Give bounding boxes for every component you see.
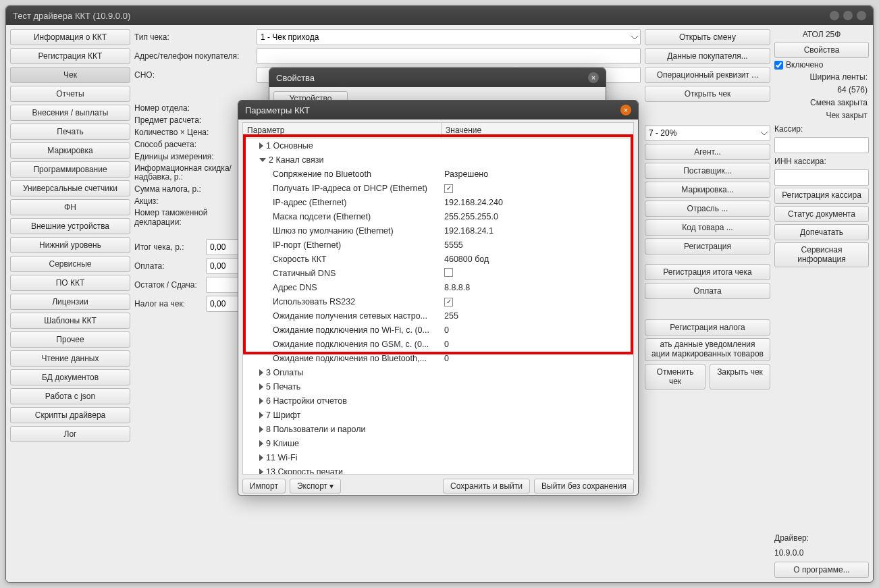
group-7[interactable]: 7 Шрифт	[243, 408, 633, 422]
checkbox-icon[interactable]: ✓	[444, 298, 453, 306]
group-8[interactable]: 8 Пользователи и пароли	[243, 422, 633, 436]
param-row[interactable]: Использовать RS232✓	[243, 294, 633, 309]
exit-nosave-button[interactable]: Выйти без сохранения	[534, 479, 634, 493]
checkbox-icon[interactable]: ✓	[444, 184, 453, 193]
sidebar-item-6[interactable]: Маркировка	[10, 142, 130, 159]
import-button[interactable]: Импорт	[242, 479, 286, 493]
sidebar-item-18[interactable]: БД документов	[10, 369, 130, 385]
buyer-data-button[interactable]: Данные покупателя...	[645, 48, 770, 64]
sidebar-item-8[interactable]: Универсальные счетчики	[10, 180, 130, 196]
sidebar-item-15[interactable]: Шаблоны ККТ	[10, 313, 130, 329]
tax-select[interactable]: 7 - 20%	[645, 125, 770, 141]
sidebar-item-3[interactable]: Отчеты	[10, 86, 130, 102]
payment-label: Оплата:	[134, 261, 202, 271]
sidebar-item-10[interactable]: Внешние устройства	[10, 218, 130, 234]
param-row[interactable]: IP-порт (Ethernet)5555	[243, 238, 633, 252]
sidebar-item-9[interactable]: ФН	[10, 199, 130, 215]
marking-button[interactable]: Маркировка...	[645, 182, 770, 198]
send-mark-notice-button[interactable]: ать данные уведомленияации маркированных…	[645, 338, 770, 361]
group-11[interactable]: 11 Wi-Fi	[243, 450, 633, 464]
cashier-input[interactable]	[774, 137, 869, 153]
sidebar-item-4[interactable]: Внесения / выплаты	[10, 105, 130, 121]
agent-button[interactable]: Агент...	[645, 144, 770, 160]
param-row[interactable]: IP-адрес (Ethernet)192.168.24.240	[243, 195, 633, 209]
sidebar-item-2[interactable]: Чек	[10, 67, 130, 83]
properties-button[interactable]: Свойства	[774, 42, 869, 58]
cancel-receipt-button[interactable]: Отменить чек	[645, 364, 705, 390]
subject-label: Предмет расчета:	[134, 115, 252, 125]
service-info-button[interactable]: Сервиснаяинформация	[774, 242, 869, 268]
sno-label: СНО:	[134, 70, 252, 80]
param-row[interactable]: Ожидание подключения по Wi-Fi, с. (0...0	[243, 323, 633, 337]
save-exit-button[interactable]: Сохранить и выйти	[443, 479, 530, 493]
excise-label: Акциз:	[134, 196, 252, 206]
about-button[interactable]: О программе...	[774, 562, 869, 578]
sidebar-item-19[interactable]: Работа с json	[10, 388, 130, 404]
sidebar-item-5[interactable]: Печать	[10, 124, 130, 140]
sidebar-item-11[interactable]: Нижний уровень	[10, 237, 130, 253]
industry-button[interactable]: Отрасль ...	[645, 201, 770, 217]
param-row[interactable]: Ожидание подключения по GSM, с. (0...0	[243, 337, 633, 351]
param-row[interactable]: Сопряжение по BluetoothРазрешено	[243, 167, 633, 181]
param-row[interactable]: Скорость ККТ460800 бод	[243, 252, 633, 266]
sidebar-item-12[interactable]: Сервисные	[10, 256, 130, 272]
sidebar-item-7[interactable]: Программирование	[10, 161, 130, 178]
export-button[interactable]: Экспорт ▾	[290, 479, 341, 493]
reg-tax-button[interactable]: Регистрация налога	[645, 319, 770, 336]
sidebar-item-1[interactable]: Регистрация ККТ	[10, 48, 130, 64]
enabled-checkbox[interactable]: Включено	[774, 60, 869, 70]
group-9[interactable]: 9 Клише	[243, 436, 633, 450]
cashier-inn-input[interactable]	[774, 169, 869, 186]
params-tree[interactable]: 1 Основные 2 Канал связиСопряжение по Bl…	[242, 138, 634, 475]
register-cashier-button[interactable]: Регистрация кассира	[774, 188, 869, 204]
close-receipt-button[interactable]: Закрыть чек	[710, 364, 770, 390]
open-shift-button[interactable]: Открыть смену	[645, 29, 770, 45]
payment-button[interactable]: Оплата	[645, 283, 770, 299]
chevron-right-icon	[259, 383, 263, 390]
group-6[interactable]: 6 Настройки отчетов	[243, 394, 633, 408]
group-2[interactable]: 2 Канал связи	[243, 153, 633, 167]
properties-close-icon[interactable]: ×	[588, 72, 599, 83]
param-row[interactable]: Ожидание получения сетевых настро...255	[243, 309, 633, 323]
doc-status-button[interactable]: Статус документа	[774, 206, 869, 222]
oper-requisite-button[interactable]: Операционный реквизит ...	[645, 67, 770, 83]
checkbox-icon[interactable]	[444, 268, 453, 277]
open-receipt-button[interactable]: Открыть чек	[645, 86, 770, 102]
param-row[interactable]: Шлюз по умолчанию (Ethernet)192.168.24.1	[243, 223, 633, 238]
reg-total-button[interactable]: Регистрация итога чека	[645, 264, 770, 280]
device-model: АТОЛ 25Ф	[774, 29, 869, 40]
enabled-checkbox-input[interactable]	[774, 61, 783, 70]
sidebar-item-17[interactable]: Чтение данных	[10, 350, 130, 367]
chevron-right-icon	[259, 426, 263, 433]
params-dialog-title: Параметры ККТ	[245, 105, 310, 115]
window-controls	[830, 11, 866, 20]
supplier-button[interactable]: Поставщик...	[645, 163, 770, 179]
param-row[interactable]: Ожидание подключения по Bluetooth,...0	[243, 351, 633, 365]
sidebar-item-21[interactable]: Лог	[10, 426, 130, 442]
params-close-icon[interactable]: ×	[620, 105, 631, 115]
sidebar-item-16[interactable]: Прочее	[10, 331, 130, 348]
group-1[interactable]: 1 Основные	[243, 138, 633, 153]
group-3[interactable]: 3 Оплаты	[243, 365, 633, 379]
receipt-type-select[interactable]: 1 - Чек прихода	[257, 29, 641, 45]
param-row[interactable]: Получать IP-адреса от DHCP (Ethernet)✓	[243, 181, 633, 195]
maximize-icon[interactable]	[843, 11, 853, 20]
param-row[interactable]: Статичный DNS	[243, 266, 633, 280]
buyer-addr-input[interactable]	[257, 48, 641, 64]
close-icon[interactable]	[857, 11, 866, 20]
sidebar-item-13[interactable]: ПО ККТ	[10, 275, 130, 291]
registration-button[interactable]: Регистрация	[645, 238, 770, 255]
reprint-button[interactable]: Допечатать	[774, 224, 869, 240]
sidebar-item-14[interactable]: Лицензии	[10, 294, 130, 310]
param-row[interactable]: Маска подсети (Ethernet)255.255.255.0	[243, 209, 633, 223]
units-label: Единицы измерения:	[134, 152, 252, 161]
group-13[interactable]: 13 Скорость печати	[243, 464, 633, 475]
product-code-button[interactable]: Код товара ...	[645, 219, 770, 236]
right-sidebar: АТОЛ 25Ф Свойства Включено Ширина ленты:…	[774, 29, 869, 578]
params-header: Параметр Значение	[242, 122, 634, 138]
param-row[interactable]: Адрес DNS8.8.8.8	[243, 280, 633, 294]
group-5[interactable]: 5 Печать	[243, 379, 633, 394]
sidebar-item-20[interactable]: Скрипты драйвера	[10, 407, 130, 423]
minimize-icon[interactable]	[830, 11, 839, 20]
sidebar-item-0[interactable]: Информация о ККТ	[10, 29, 130, 45]
